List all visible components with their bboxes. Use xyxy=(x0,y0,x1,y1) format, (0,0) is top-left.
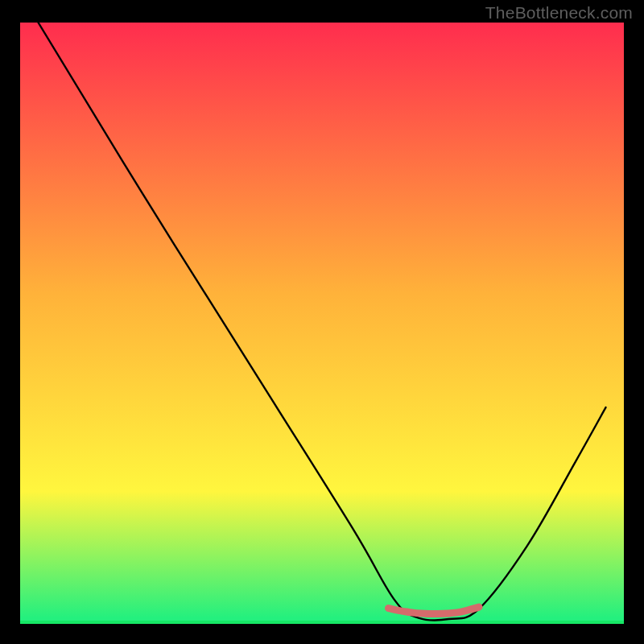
baseline-strip xyxy=(20,621,624,624)
gradient-background xyxy=(20,23,624,624)
chart-container: TheBottleneck.com xyxy=(0,0,644,644)
bottleneck-plot xyxy=(0,0,644,644)
watermark-label: TheBottleneck.com xyxy=(485,3,633,23)
